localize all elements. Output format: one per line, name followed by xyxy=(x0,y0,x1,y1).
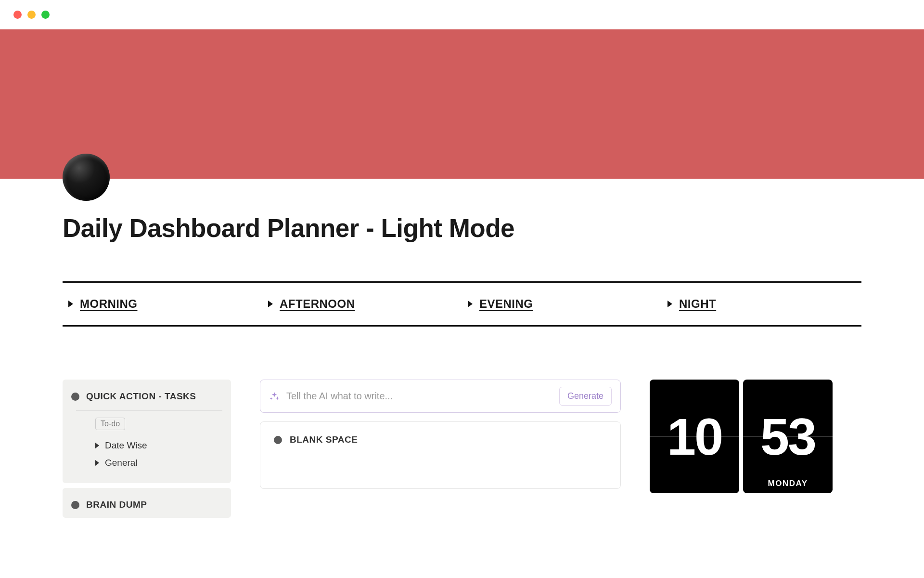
clock-minutes-panel: 53 MONDAY xyxy=(743,380,833,493)
time-section-label: EVENING xyxy=(479,297,533,311)
sidebar: QUICK ACTION - TASKS To-do Date Wise Gen… xyxy=(63,380,231,518)
bullet-icon xyxy=(71,393,79,401)
time-sections-row: MORNING AFTERNOON EVENING NIGHT xyxy=(63,281,861,327)
sparkle-icon xyxy=(269,391,280,402)
chevron-right-icon xyxy=(268,301,273,307)
sidebar-item-label: General xyxy=(105,458,138,468)
sidebar-card-quick-action[interactable]: QUICK ACTION - TASKS To-do Date Wise Gen… xyxy=(63,380,231,483)
time-section-label: AFTERNOON xyxy=(280,297,355,311)
bullet-icon xyxy=(71,501,79,509)
card-title: QUICK ACTION - TASKS xyxy=(86,391,196,402)
bullet-icon xyxy=(274,436,282,444)
chevron-right-icon xyxy=(68,301,73,307)
clock-hours: 10 xyxy=(667,407,722,467)
clock-hours-panel: 10 xyxy=(650,380,739,493)
blank-space-card[interactable]: BLANK SPACE xyxy=(260,421,621,489)
time-section-afternoon[interactable]: AFTERNOON xyxy=(262,297,462,311)
time-section-evening[interactable]: EVENING xyxy=(462,297,662,311)
time-section-label: NIGHT xyxy=(679,297,716,311)
window-close-button[interactable] xyxy=(13,11,22,19)
clock-day: MONDAY xyxy=(768,479,808,488)
main-column: Tell the AI what to write... Generate BL… xyxy=(260,380,621,489)
generate-button[interactable]: Generate xyxy=(559,387,612,406)
page-title[interactable]: Daily Dashboard Planner - Light Mode xyxy=(63,179,861,243)
sidebar-item-general[interactable]: General xyxy=(95,454,222,472)
chevron-right-icon xyxy=(667,301,672,307)
window-controls xyxy=(0,0,924,29)
time-section-morning[interactable]: MORNING xyxy=(63,297,262,311)
chevron-right-icon xyxy=(95,443,99,448)
page-icon-black-circle[interactable] xyxy=(63,154,110,201)
sidebar-item-date-wise[interactable]: Date Wise xyxy=(95,437,222,454)
window-maximize-button[interactable] xyxy=(41,11,50,19)
card-title: BRAIN DUMP xyxy=(86,499,147,510)
time-section-label: MORNING xyxy=(80,297,138,311)
flip-clock: 10 53 MONDAY xyxy=(650,380,833,493)
sidebar-card-brain-dump[interactable]: BRAIN DUMP xyxy=(63,488,231,518)
todo-tag[interactable]: To-do xyxy=(95,418,125,430)
card-title: BLANK SPACE xyxy=(290,434,358,445)
cover-banner[interactable] xyxy=(0,29,924,179)
chevron-right-icon xyxy=(468,301,473,307)
time-section-night[interactable]: NIGHT xyxy=(662,297,861,311)
sidebar-item-label: Date Wise xyxy=(105,440,147,451)
window-minimize-button[interactable] xyxy=(27,11,36,19)
clock-minutes: 53 xyxy=(760,407,815,467)
chevron-right-icon xyxy=(95,460,99,466)
ai-prompt-box[interactable]: Tell the AI what to write... Generate xyxy=(260,380,621,413)
clock-column: 10 53 MONDAY xyxy=(650,380,861,493)
ai-placeholder-text: Tell the AI what to write... xyxy=(286,391,552,402)
